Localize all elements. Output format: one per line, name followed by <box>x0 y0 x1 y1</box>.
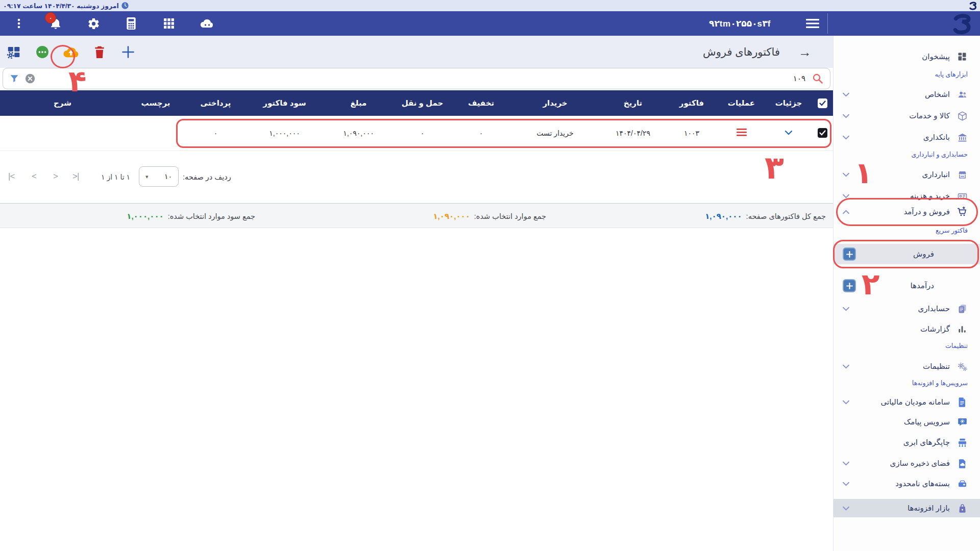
row-amount: ۱,۰۹۰,۰۰۰ <box>324 116 393 151</box>
sidebar-toggle-button[interactable] <box>801 11 824 36</box>
sidebar-label: خرید و هزینه <box>910 191 950 201</box>
sidebar-label: بانکداری <box>923 133 950 142</box>
search-icon[interactable] <box>812 72 824 85</box>
sidebar-item-incomes[interactable]: درآمدها <box>834 276 980 296</box>
col-amount: مبلغ <box>324 90 393 116</box>
col-tag: برچسب <box>125 90 186 116</box>
clear-search-icon[interactable] <box>24 73 36 84</box>
chevron-down-icon <box>843 92 849 97</box>
next-page-button[interactable]: > <box>53 171 58 182</box>
row-checkbox[interactable] <box>818 128 827 138</box>
more-options-button[interactable] <box>34 43 51 61</box>
table-header-row: جزئیات عملیات فاکتور تاریخ خریدار تخفیف … <box>0 90 833 116</box>
first-page-button[interactable]: |< <box>8 171 14 182</box>
workspace-id: ۹۲tm۰۲۵۵۰s۳f <box>709 11 771 36</box>
app-root: امروز دوشنبه ۱۴۰۴/۴/۳۰ ساعت ۰۹:۱۷ ۰ ۹۲tm… <box>0 0 980 551</box>
sidebar-label: فضای ذخیره سازی <box>890 459 950 468</box>
rows-per-page-value: ۱۰ <box>164 172 172 181</box>
row-details-cell[interactable] <box>766 116 812 151</box>
calculator-icon <box>126 17 137 30</box>
back-arrow-icon[interactable]: → <box>798 45 812 59</box>
bar-chart-icon <box>957 323 968 335</box>
col-profit: سود فاکتور <box>245 90 324 116</box>
sidebar-item-warehousing[interactable]: انبارداری <box>834 166 980 183</box>
title-toolbar: → فاکتورهای فروش <box>0 36 833 68</box>
apps-grid-button[interactable] <box>157 11 181 36</box>
sidebar-item-reports[interactable]: گزارشات <box>834 320 980 338</box>
delete-button[interactable] <box>91 43 108 61</box>
row-invoice-number[interactable]: ۱۰۰۳ <box>666 116 717 151</box>
pagination-range: ۱ تا ۱ از ۱ <box>101 173 130 181</box>
col-invoice: فاکتور <box>666 90 717 116</box>
sidebar-item-sms-service[interactable]: سرویس پیامک <box>834 413 980 431</box>
page-title: فاکتورهای فروش <box>703 46 780 58</box>
row-paid: ۰ <box>186 116 245 151</box>
table-settings-icon <box>6 44 21 60</box>
settings-button[interactable] <box>82 11 105 36</box>
sidebar-item-sales-income[interactable]: فروش و درآمد <box>834 203 980 220</box>
sidebar-item-sales[interactable]: فروش <box>834 244 980 264</box>
shopping-cart-icon <box>957 206 968 217</box>
chevron-down-icon <box>843 307 849 311</box>
sidebar-item-purchase-expense[interactable]: خرید و هزینه <box>834 187 980 205</box>
sidebar-item-goods-services[interactable]: کالا و خدمات <box>834 107 980 124</box>
sidebar: پیشخوان ابزارهای پایه اشخاص کالا و خدمات… <box>833 36 980 551</box>
row-operations-cell[interactable] <box>717 116 766 151</box>
sidebar-section-basic-tools: ابزارهای پایه <box>935 70 968 78</box>
sidebar-section-accounting-warehouse: حسابداری و انبارداری <box>912 151 968 158</box>
last-page-button[interactable]: >| <box>72 171 79 182</box>
sidebar-label: بسته‌های نامحدود <box>895 479 950 488</box>
sidebar-label: درآمدها <box>911 281 934 290</box>
add-invoice-button[interactable] <box>119 43 137 61</box>
table-settings-button[interactable] <box>5 43 22 61</box>
row-buyer-link[interactable]: خریدار تست <box>510 116 600 151</box>
invoices-table: جزئیات عملیات فاکتور تاریخ خریدار تخفیف … <box>0 90 833 151</box>
kebab-menu-button[interactable] <box>7 11 31 36</box>
gears-icon <box>957 361 968 372</box>
sidebar-item-unlimited-packages[interactable]: بسته‌های نامحدود <box>834 475 980 492</box>
prev-page-button[interactable]: < <box>32 171 36 182</box>
sidebar-item-quick-invoice[interactable]: فاکتور سریع <box>936 227 968 234</box>
dashboard-icon <box>957 51 968 62</box>
sidebar-item-storage-space[interactable]: فضای ذخیره سازی <box>834 455 980 472</box>
selected-total-value: ۱,۰۹۰,۰۰۰ <box>433 212 470 221</box>
sidebar-item-dashboard[interactable]: پیشخوان <box>834 48 980 65</box>
expand-chevron-icon[interactable] <box>785 130 793 136</box>
header-divider <box>827 13 828 34</box>
notifications-button[interactable]: ۰ <box>44 11 67 36</box>
rows-per-page-select[interactable]: ▾ ۱۰ <box>139 166 179 187</box>
sidebar-item-addons-market[interactable]: بازار افزونه‌ها <box>834 499 980 517</box>
filter-icon[interactable] <box>9 73 19 84</box>
sidebar-label: گزارشات <box>920 324 950 334</box>
sidebar-item-banking[interactable]: بانکداری <box>834 129 980 146</box>
operations-menu-icon[interactable] <box>737 129 747 136</box>
date-display: امروز دوشنبه ۱۴۰۴/۴/۳۰ ساعت ۰۹:۱۷ <box>3 2 129 10</box>
sms-icon <box>957 416 968 428</box>
col-date: تاریخ <box>600 90 666 116</box>
row-profit: ۱,۰۰۰,۰۰۰ <box>245 116 324 151</box>
sidebar-item-settings[interactable]: تنظیمات <box>834 358 980 375</box>
sidebar-label: چاپگرهای ابری <box>903 438 950 447</box>
col-discount: تخفیف <box>452 90 510 116</box>
brand-logo-icon <box>950 13 972 35</box>
page-total-value: ۱,۰۹۰,۰۰۰ <box>705 212 742 221</box>
bank-icon <box>957 132 968 143</box>
sidebar-item-accounting[interactable]: حسابداری <box>834 300 980 317</box>
calculator-button[interactable] <box>119 11 143 36</box>
sidebar-label: سرویس پیامک <box>904 417 950 427</box>
search-bar <box>3 68 830 89</box>
chevron-down-icon <box>843 506 849 511</box>
sidebar-item-persons[interactable]: اشخاص <box>834 86 980 103</box>
sidebar-item-cloud-printers[interactable]: چاپگرهای ابری <box>834 434 980 451</box>
add-income-button[interactable] <box>843 279 856 292</box>
add-sale-button[interactable] <box>843 247 856 261</box>
select-all-checkbox[interactable] <box>818 98 827 108</box>
sidebar-item-tax-system[interactable]: سامانه مودیان مالیاتی <box>834 393 980 411</box>
col-paid: پرداختی <box>186 90 245 116</box>
today-date-text: امروز دوشنبه ۱۴۰۴/۴/۳۰ ساعت ۰۹:۱۷ <box>3 2 119 10</box>
sidebar-section-services-addons: سرویس‌ها و افزونه‌ها <box>912 379 968 387</box>
tax-document-icon <box>957 396 968 408</box>
export-upload-button[interactable] <box>62 43 80 61</box>
assistant-bot-button[interactable] <box>195 11 218 36</box>
search-input[interactable] <box>36 74 810 83</box>
